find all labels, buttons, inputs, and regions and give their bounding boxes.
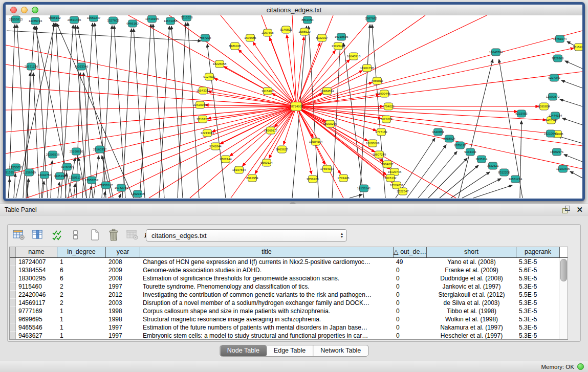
- table-row[interactable]: 969969511998Structural magnetic resonanc…: [10, 315, 568, 323]
- table-row[interactable]: 911546021997Tourette syndrome. Phenomeno…: [10, 282, 568, 291]
- graph-node[interactable]: 8990448: [378, 90, 390, 97]
- graph-node[interactable]: 1615132: [384, 174, 397, 182]
- graph-node[interactable]: 10719155: [145, 15, 159, 23]
- graph-node[interactable]: 12103405: [556, 165, 570, 172]
- table-settings-icon[interactable]: [11, 228, 27, 242]
- graph-node[interactable]: 2718126: [197, 116, 209, 123]
- graph-node[interactable]: 9242844: [209, 143, 222, 150]
- graph-node[interactable]: 2803144: [220, 156, 232, 163]
- graph-node[interactable]: 20691406: [68, 16, 81, 24]
- vertical-scrollbar[interactable]: [559, 258, 568, 339]
- column-header-title[interactable]: title: [140, 247, 394, 257]
- graph-node[interactable]: 17654923: [320, 165, 334, 172]
- graph-node[interactable]: 9975487: [61, 163, 73, 170]
- column-chooser-icon[interactable]: [30, 228, 46, 242]
- tab-node-table[interactable]: Node Table: [220, 345, 267, 356]
- graph-node[interactable]: 16640910: [347, 53, 361, 60]
- graph-node[interactable]: 9660124: [260, 159, 273, 166]
- graph-node[interactable]: 9146821: [280, 26, 292, 33]
- graph-node[interactable]: 7955812: [371, 77, 383, 84]
- graph-node[interactable]: 9474444: [464, 148, 476, 156]
- column-header-year[interactable]: year: [106, 247, 140, 257]
- graph-node[interactable]: 18107554: [232, 166, 246, 173]
- new-table-icon[interactable]: [87, 228, 102, 242]
- graph-node[interactable]: 20553813: [9, 16, 23, 23]
- graph-node[interactable]: 14569117: [264, 127, 278, 134]
- graph-node[interactable]: 9605132: [49, 15, 61, 21]
- graph-node[interactable]: 7515526: [181, 15, 193, 21]
- table-row[interactable]: 977716911998Corpus callosum shape and si…: [10, 307, 568, 315]
- graph-node[interactable]: 12093872: [546, 93, 560, 100]
- graph-node[interactable]: 15751074: [553, 35, 567, 42]
- graph-node[interactable]: 1675685: [244, 34, 256, 41]
- graph-node[interactable]: 8215955: [515, 110, 528, 117]
- graph-node[interactable]: 8912954: [246, 174, 258, 182]
- table-row[interactable]: 1456911722003Disruption of a novel membe…: [10, 299, 568, 307]
- column-header-out_degree[interactable]: △ out_de…: [394, 247, 427, 257]
- graph-node[interactable]: 9756928: [307, 176, 319, 183]
- delete-table-icon[interactable]: [106, 228, 121, 242]
- table-row[interactable]: 946554611997Estimation of the future num…: [10, 323, 568, 332]
- graph-node[interactable]: 2367608: [262, 29, 274, 36]
- scrollbar-thumb[interactable]: [560, 259, 567, 281]
- graph-node[interactable]: 19584554: [309, 138, 323, 145]
- graph-node[interactable]: 8512206: [498, 169, 510, 176]
- graph-node[interactable]: 2522547: [397, 188, 409, 195]
- graph-node[interactable]: 12342757: [38, 171, 52, 179]
- graph-node[interactable]: 7632621: [487, 162, 499, 169]
- table-row[interactable]: 1830029562008Estimation of significance …: [10, 274, 568, 282]
- memory-ok-icon[interactable]: [577, 363, 584, 370]
- tab-network-table[interactable]: Network Table: [313, 345, 368, 356]
- graph-node[interactable]: 6466160: [126, 20, 139, 27]
- graph-node[interactable]: 7857224: [199, 34, 211, 41]
- column-header-in_degree[interactable]: in_degree: [57, 247, 106, 257]
- graph-node[interactable]: 1615432: [573, 43, 582, 51]
- network-canvas[interactable]: 1822605891275031654338222420046271812612…: [6, 15, 582, 199]
- graph-node[interactable]: 20206536: [46, 151, 60, 158]
- graph-node[interactable]: 15692971: [550, 148, 564, 156]
- graph-node[interactable]: 6794022: [382, 103, 395, 110]
- graph-node[interactable]: 9329966: [552, 55, 564, 62]
- rows-icon[interactable]: [68, 228, 83, 242]
- graph-node[interactable]: 16782759: [115, 184, 128, 191]
- close-panel-icon[interactable]: ✕: [576, 206, 583, 213]
- graph-node[interactable]: 1145194: [54, 172, 67, 180]
- graph-node[interactable]: 1588520: [298, 28, 311, 35]
- graph-node[interactable]: 19218506: [335, 33, 349, 40]
- column-header-pagerank[interactable]: pagerank: [516, 247, 560, 257]
- graph-node[interactable]: 1595854: [538, 103, 550, 110]
- float-window-icon[interactable]: [562, 206, 570, 213]
- graph-node[interactable]: 14671358: [164, 17, 178, 25]
- table-row[interactable]: 1938455462009Genome-wide association stu…: [10, 266, 568, 274]
- close-window-icon[interactable]: [10, 7, 17, 13]
- graph-node[interactable]: 8958924: [443, 135, 455, 142]
- graph-node[interactable]: 8322037: [316, 34, 328, 41]
- graph-node[interactable]: 9777169: [375, 128, 387, 136]
- graph-node[interactable]: 12213363: [201, 129, 214, 137]
- table-row[interactable]: 946362711997Embryonic stem cells: a mode…: [10, 332, 568, 340]
- citation-network-graph[interactable]: 1822605891275031654338222420046271812612…: [6, 15, 582, 199]
- graph-node[interactable]: 1640954: [432, 128, 444, 136]
- graph-node[interactable]: 14055724: [29, 17, 42, 25]
- graph-node[interactable]: 2935114: [476, 156, 488, 163]
- column-header-short[interactable]: short: [427, 247, 516, 257]
- window-titlebar[interactable]: citations_edges.txt: [6, 5, 582, 16]
- node-table[interactable]: namein_degreeyeartitle△ out_de…shortpage…: [9, 247, 568, 340]
- graph-node[interactable]: 14136141: [357, 185, 371, 192]
- graph-node[interactable]: 9115460: [262, 87, 274, 95]
- zoom-window-icon[interactable]: [32, 7, 38, 13]
- graph-node[interactable]: 8186328: [229, 42, 241, 50]
- graph-node[interactable]: 6879197: [454, 142, 466, 149]
- graph-node[interactable]: 10653247: [87, 15, 101, 21]
- graph-node[interactable]: 1621022: [380, 116, 393, 123]
- graph-node[interactable]: 8813054: [301, 16, 314, 24]
- tab-edge-table[interactable]: Edge Table: [267, 345, 313, 356]
- graph-node[interactable]: 1527602: [107, 17, 119, 24]
- graph-node[interactable]: 9984067: [381, 161, 394, 168]
- minimize-window-icon[interactable]: [21, 7, 28, 13]
- graph-node[interactable]: 9227343: [548, 74, 560, 81]
- graph-node[interactable]: 18724007: [290, 102, 303, 111]
- column-header-name[interactable]: name: [16, 247, 57, 257]
- graph-node[interactable]: 2887682: [365, 15, 377, 22]
- table-row[interactable]: 1872400712008Changes of HCN gene express…: [10, 258, 568, 266]
